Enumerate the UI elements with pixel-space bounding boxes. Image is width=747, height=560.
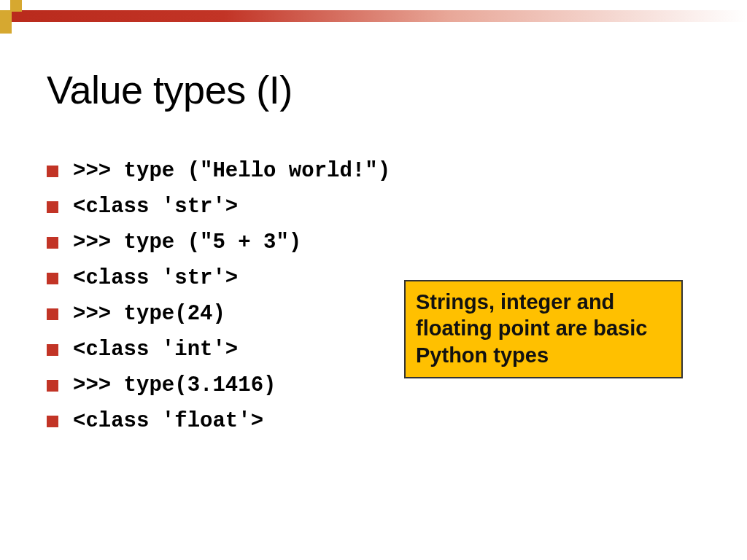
code-list: >>> type ("Hello world!") <class 'str'> … [47,159,390,445]
code-line: >>> type(24) [73,302,225,326]
code-line: <class 'int'> [73,338,238,362]
code-line: <class 'str'> [73,266,238,290]
code-line: >>> type ("5 + 3") [73,230,301,254]
list-item: >>> type ("5 + 3") [47,230,390,254]
list-item: <class 'str'> [47,195,390,219]
bullet-icon [47,166,58,177]
list-item: <class 'float'> [47,409,390,433]
list-item: >>> type(3.1416) [47,373,390,397]
list-item: <class 'str'> [47,266,390,290]
code-line: >>> type ("Hello world!") [73,159,390,183]
code-line: <class 'float'> [73,409,263,433]
slide-title: Value types (I) [47,67,293,112]
code-line: <class 'str'> [73,195,238,219]
bullet-icon [47,201,58,213]
code-line: >>> type(3.1416) [73,373,276,397]
list-item: >>> type ("Hello world!") [47,159,390,183]
list-item: >>> type(24) [47,302,390,326]
corner-decoration [0,0,51,36]
bullet-icon [47,380,58,392]
callout-box: Strings, integer and floating point are … [404,280,683,378]
bullet-icon [47,416,58,427]
bullet-icon [47,273,58,284]
list-item: <class 'int'> [47,338,390,362]
bullet-icon [47,344,58,356]
bullet-icon [47,308,58,320]
header-bar [0,10,747,22]
bullet-icon [47,237,58,249]
